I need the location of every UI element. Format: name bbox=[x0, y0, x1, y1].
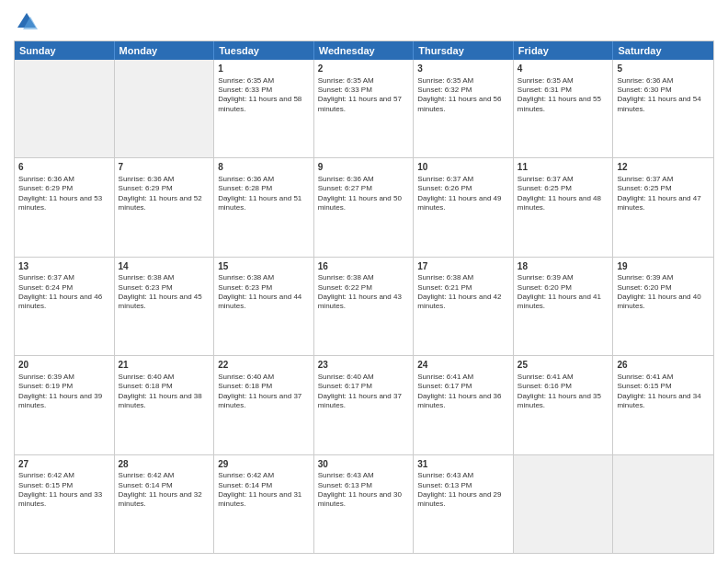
header-day-friday: Friday bbox=[514, 41, 614, 60]
calendar-week-5: 27Sunrise: 6:42 AMSunset: 6:15 PMDayligh… bbox=[15, 454, 713, 553]
cell-info: Sunrise: 6:37 AMSunset: 6:24 PMDaylight:… bbox=[18, 273, 110, 312]
cell-info: Sunrise: 6:38 AMSunset: 6:22 PMDaylight:… bbox=[318, 273, 410, 312]
day-cell-9: 9Sunrise: 6:36 AMSunset: 6:27 PMDaylight… bbox=[314, 158, 415, 256]
header-day-monday: Monday bbox=[115, 41, 215, 60]
logo-icon bbox=[14, 9, 40, 35]
day-cell-20: 20Sunrise: 6:39 AMSunset: 6:19 PMDayligh… bbox=[15, 356, 115, 454]
cell-info: Sunrise: 6:37 AMSunset: 6:26 PMDaylight:… bbox=[417, 175, 509, 213]
calendar-week-2: 6Sunrise: 6:36 AMSunset: 6:29 PMDaylight… bbox=[15, 157, 713, 256]
cell-info: Sunrise: 6:35 AMSunset: 6:31 PMDaylight:… bbox=[518, 76, 609, 115]
day-cell-4: 4Sunrise: 6:35 AMSunset: 6:31 PMDaylight… bbox=[514, 60, 614, 157]
cell-info: Sunrise: 6:37 AMSunset: 6:25 PMDaylight:… bbox=[617, 175, 710, 213]
cell-info: Sunrise: 6:36 AMSunset: 6:29 PMDaylight:… bbox=[18, 175, 110, 213]
day-number: 8 bbox=[218, 161, 310, 174]
day-cell-26: 26Sunrise: 6:41 AMSunset: 6:15 PMDayligh… bbox=[613, 356, 713, 454]
day-cell-19: 19Sunrise: 6:39 AMSunset: 6:20 PMDayligh… bbox=[613, 258, 713, 355]
day-cell-7: 7Sunrise: 6:36 AMSunset: 6:29 PMDaylight… bbox=[115, 158, 215, 256]
cell-info: Sunrise: 6:38 AMSunset: 6:23 PMDaylight:… bbox=[218, 273, 310, 312]
day-cell-29: 29Sunrise: 6:42 AMSunset: 6:14 PMDayligh… bbox=[214, 455, 314, 553]
cell-info: Sunrise: 6:35 AMSunset: 6:33 PMDaylight:… bbox=[218, 76, 310, 115]
cell-info: Sunrise: 6:42 AMSunset: 6:15 PMDaylight:… bbox=[18, 471, 110, 510]
day-number: 15 bbox=[218, 260, 310, 273]
calendar-header: SundayMondayTuesdayWednesdayThursdayFrid… bbox=[15, 41, 713, 60]
day-cell-1: 1Sunrise: 6:35 AMSunset: 6:33 PMDaylight… bbox=[214, 60, 314, 157]
day-number: 19 bbox=[617, 260, 710, 273]
cell-info: Sunrise: 6:40 AMSunset: 6:18 PMDaylight:… bbox=[119, 373, 210, 411]
day-cell-23: 23Sunrise: 6:40 AMSunset: 6:17 PMDayligh… bbox=[314, 356, 415, 454]
day-cell-24: 24Sunrise: 6:41 AMSunset: 6:17 PMDayligh… bbox=[414, 356, 514, 454]
day-number: 28 bbox=[119, 458, 210, 471]
cell-info: Sunrise: 6:39 AMSunset: 6:20 PMDaylight:… bbox=[617, 273, 710, 312]
cell-info: Sunrise: 6:42 AMSunset: 6:14 PMDaylight:… bbox=[119, 471, 210, 510]
day-cell-13: 13Sunrise: 6:37 AMSunset: 6:24 PMDayligh… bbox=[15, 258, 115, 355]
day-cell-5: 5Sunrise: 6:36 AMSunset: 6:30 PMDaylight… bbox=[613, 60, 713, 157]
cell-info: Sunrise: 6:36 AMSunset: 6:28 PMDaylight:… bbox=[218, 175, 310, 213]
day-number: 30 bbox=[318, 458, 410, 471]
day-cell-12: 12Sunrise: 6:37 AMSunset: 6:25 PMDayligh… bbox=[613, 158, 713, 256]
cell-info: Sunrise: 6:38 AMSunset: 6:21 PMDaylight:… bbox=[417, 273, 509, 312]
cell-info: Sunrise: 6:42 AMSunset: 6:14 PMDaylight:… bbox=[218, 471, 310, 510]
day-number: 6 bbox=[18, 161, 110, 174]
day-cell-22: 22Sunrise: 6:40 AMSunset: 6:18 PMDayligh… bbox=[214, 356, 314, 454]
day-number: 14 bbox=[119, 260, 210, 273]
day-number: 7 bbox=[119, 161, 210, 174]
day-cell-16: 16Sunrise: 6:38 AMSunset: 6:22 PMDayligh… bbox=[314, 258, 415, 355]
empty-cell bbox=[115, 60, 215, 157]
cell-info: Sunrise: 6:40 AMSunset: 6:17 PMDaylight:… bbox=[318, 373, 410, 411]
cell-info: Sunrise: 6:43 AMSunset: 6:13 PMDaylight:… bbox=[417, 471, 509, 510]
day-number: 9 bbox=[318, 161, 410, 174]
cell-info: Sunrise: 6:40 AMSunset: 6:18 PMDaylight:… bbox=[218, 373, 310, 411]
cell-info: Sunrise: 6:41 AMSunset: 6:15 PMDaylight:… bbox=[617, 373, 710, 411]
day-number: 12 bbox=[617, 161, 710, 174]
cell-info: Sunrise: 6:39 AMSunset: 6:19 PMDaylight:… bbox=[18, 373, 110, 411]
day-number: 20 bbox=[18, 359, 110, 372]
page: SundayMondayTuesdayWednesdayThursdayFrid… bbox=[0, 0, 728, 563]
cell-info: Sunrise: 6:36 AMSunset: 6:29 PMDaylight:… bbox=[119, 175, 210, 213]
day-cell-3: 3Sunrise: 6:35 AMSunset: 6:32 PMDaylight… bbox=[414, 60, 514, 157]
header-day-thursday: Thursday bbox=[414, 41, 514, 60]
header-day-tuesday: Tuesday bbox=[214, 41, 314, 60]
day-number: 22 bbox=[218, 359, 310, 372]
day-cell-31: 31Sunrise: 6:43 AMSunset: 6:13 PMDayligh… bbox=[414, 455, 514, 553]
day-number: 16 bbox=[318, 260, 410, 273]
day-cell-10: 10Sunrise: 6:37 AMSunset: 6:26 PMDayligh… bbox=[414, 158, 514, 256]
day-number: 4 bbox=[518, 63, 609, 75]
cell-info: Sunrise: 6:35 AMSunset: 6:32 PMDaylight:… bbox=[417, 76, 509, 115]
day-number: 5 bbox=[617, 63, 710, 75]
cell-info: Sunrise: 6:38 AMSunset: 6:23 PMDaylight:… bbox=[119, 273, 210, 312]
day-number: 24 bbox=[417, 359, 509, 372]
day-number: 21 bbox=[119, 359, 210, 372]
empty-cell bbox=[514, 455, 614, 553]
day-cell-25: 25Sunrise: 6:41 AMSunset: 6:16 PMDayligh… bbox=[514, 356, 614, 454]
header bbox=[14, 9, 714, 35]
day-number: 1 bbox=[218, 63, 310, 75]
day-cell-11: 11Sunrise: 6:37 AMSunset: 6:25 PMDayligh… bbox=[514, 158, 614, 256]
calendar-week-4: 20Sunrise: 6:39 AMSunset: 6:19 PMDayligh… bbox=[15, 355, 713, 454]
day-cell-30: 30Sunrise: 6:43 AMSunset: 6:13 PMDayligh… bbox=[314, 455, 415, 553]
logo bbox=[14, 9, 43, 35]
day-number: 26 bbox=[617, 359, 710, 372]
day-cell-28: 28Sunrise: 6:42 AMSunset: 6:14 PMDayligh… bbox=[115, 455, 215, 553]
day-number: 27 bbox=[18, 458, 110, 471]
day-cell-18: 18Sunrise: 6:39 AMSunset: 6:20 PMDayligh… bbox=[514, 258, 614, 355]
calendar-week-1: 1Sunrise: 6:35 AMSunset: 6:33 PMDaylight… bbox=[15, 60, 713, 157]
day-cell-17: 17Sunrise: 6:38 AMSunset: 6:21 PMDayligh… bbox=[414, 258, 514, 355]
day-number: 11 bbox=[518, 161, 609, 174]
day-number: 2 bbox=[318, 63, 410, 75]
header-day-sunday: Sunday bbox=[15, 41, 115, 60]
cell-info: Sunrise: 6:43 AMSunset: 6:13 PMDaylight:… bbox=[318, 471, 410, 510]
day-number: 18 bbox=[518, 260, 609, 273]
header-day-saturday: Saturday bbox=[613, 41, 713, 60]
day-number: 29 bbox=[218, 458, 310, 471]
day-number: 25 bbox=[518, 359, 609, 372]
cell-info: Sunrise: 6:41 AMSunset: 6:17 PMDaylight:… bbox=[417, 373, 509, 411]
day-cell-27: 27Sunrise: 6:42 AMSunset: 6:15 PMDayligh… bbox=[15, 455, 115, 553]
day-cell-14: 14Sunrise: 6:38 AMSunset: 6:23 PMDayligh… bbox=[115, 258, 215, 355]
calendar-body: 1Sunrise: 6:35 AMSunset: 6:33 PMDaylight… bbox=[15, 60, 713, 553]
header-day-wednesday: Wednesday bbox=[314, 41, 415, 60]
cell-info: Sunrise: 6:39 AMSunset: 6:20 PMDaylight:… bbox=[518, 273, 609, 312]
cell-info: Sunrise: 6:35 AMSunset: 6:33 PMDaylight:… bbox=[318, 76, 410, 115]
day-cell-2: 2Sunrise: 6:35 AMSunset: 6:33 PMDaylight… bbox=[314, 60, 415, 157]
calendar: SundayMondayTuesdayWednesdayThursdayFrid… bbox=[14, 40, 714, 554]
day-cell-15: 15Sunrise: 6:38 AMSunset: 6:23 PMDayligh… bbox=[214, 258, 314, 355]
